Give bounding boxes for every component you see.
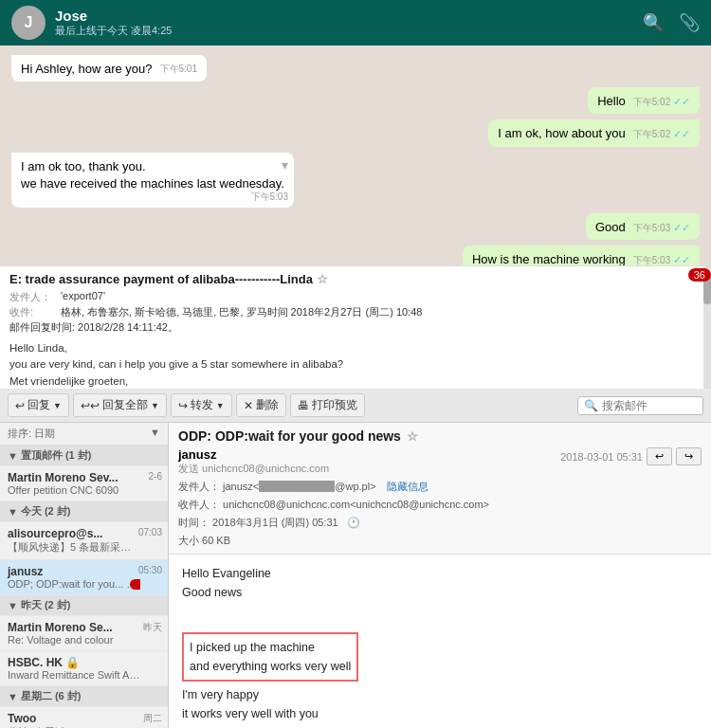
read-ticks: ✓✓ xyxy=(673,254,690,265)
section-expand-icon: ▼ xyxy=(8,450,18,462)
email-detail-pane: ODP: ODP:wait for your good news ☆ janus… xyxy=(169,423,711,728)
time-value: 2018年3月1日 (周四) 05:31 xyxy=(212,517,338,528)
bubble-time: 下午5:03 ✓✓ xyxy=(633,253,690,265)
wa-contact-info: Jose 最后上线于今天 凌晨4:25 xyxy=(55,8,643,38)
chat-bubble: How is the machine working 下午5:03 ✓✓ xyxy=(463,246,700,265)
email-preview: Re: Voltage and colour xyxy=(8,634,140,646)
email-from-row: 发件人： 'export07' xyxy=(9,290,702,304)
sender-name: Martin Moreno Sev... xyxy=(8,471,160,484)
highlighted-text: I picked up the machine and everything w… xyxy=(182,632,358,682)
wa-chat-area: Hi Ashley, how are you? 下午5:01 Hello 下午5… xyxy=(0,46,711,265)
list-item[interactable]: alisourcepro@s... 07:03 【顺风快递】5 条最新采购需..… xyxy=(0,522,168,560)
email-preview: Inward Remittance Swift Ad... xyxy=(8,669,140,681)
detail-size-row: 大小 60 KB xyxy=(178,534,702,548)
message-row: Hi Ashley, how are you? 下午5:01 xyxy=(11,55,700,82)
attach-icon[interactable]: 📎 xyxy=(679,12,700,33)
bubble-text: Hello xyxy=(597,94,626,108)
read-ticks: ✓✓ xyxy=(673,128,690,139)
bubble-time: 下午5:02 ✓✓ xyxy=(633,127,690,141)
body-line: I picked up the machine xyxy=(190,638,351,657)
detail-sender-name: janusz xyxy=(178,447,329,462)
sender-name: alisourcepro@s... xyxy=(8,527,160,540)
sidebar-section-yesterday: ▼ 昨天 (2 封) xyxy=(0,595,168,616)
bubble-text: I am ok, how about you xyxy=(498,126,625,140)
forward-button[interactable]: ↪ 转发 ▼ xyxy=(171,393,232,417)
detail-to-row: 收件人： unichcnc08@unichcnc.com<unichcnc08@… xyxy=(178,498,702,512)
reply-all-button[interactable]: ↩↩ 回复全部 ▼ xyxy=(73,393,167,417)
caret-icon: ▼ xyxy=(216,401,225,410)
reply-button[interactable]: ↩ 回复 ▼ xyxy=(8,393,69,417)
contact-status: 最后上线于今天 凌晨4:25 xyxy=(55,24,643,38)
body-line: Hello Evangeline xyxy=(182,564,698,583)
reply-icon: ↩ xyxy=(15,399,25,412)
detail-body: Hello Evangeline Good news I picked up t… xyxy=(169,555,711,728)
email-date: 周二 xyxy=(143,712,162,725)
sender-name: HSBC. HK 🔒 xyxy=(8,656,160,669)
list-item-active[interactable]: janusz 05:30 ODP; ODP:wait for you... 43 xyxy=(0,560,168,595)
notification-badge: 36 xyxy=(688,268,711,282)
email-list-sidebar: 排序: 日期 ▼ ▼ 置顶邮件 (1 封) Martin Moreno Sev.… xyxy=(0,423,169,728)
search-box[interactable]: 🔍 xyxy=(577,396,703,415)
contact-name: Jose xyxy=(55,8,643,24)
to-label: 收件: xyxy=(9,305,57,319)
from-label: 发件人： xyxy=(178,481,220,492)
chat-bubble: I am ok, how about you 下午5:02 ✓✓ xyxy=(488,119,700,146)
email-to-row: 收件: 格林, 布鲁塞尔, 斯卡哈德, 马德里, 巴黎, 罗马时间 2018年2… xyxy=(9,305,702,319)
message-row: How is the machine working 下午5:03 ✓✓ xyxy=(11,246,700,265)
email-preview: 【顺风快递】5 条最新采购需... xyxy=(8,540,140,555)
search-icon[interactable]: 🔍 xyxy=(643,12,664,33)
caret-icon: ▼ xyxy=(151,401,159,410)
print-icon: 🖶 xyxy=(298,399,309,412)
star-icon[interactable]: ☆ xyxy=(317,272,328,286)
detail-date: 2018-03-01 05:31 xyxy=(560,451,643,463)
email-subject: E: trade assurance payment of alibaba---… xyxy=(9,272,702,286)
bubble-time: 下午5:02 ✓✓ xyxy=(633,95,690,109)
list-item[interactable]: HSBC. HK 🔒 Inward Remittance Swift Ad... xyxy=(0,651,168,686)
expand-icon: ▾ xyxy=(282,156,288,175)
email-reply-time-row: 邮件回复时间: 2018/2/28 14:11:42。 xyxy=(9,320,702,335)
to-value: unichcnc08@unichcnc.com<unichcnc08@unich… xyxy=(223,499,489,510)
email-date: 昨天 xyxy=(143,621,162,634)
body-line: and everything works very well xyxy=(190,657,351,676)
detail-from-row: 发件人： janusz<■■■■■■@wp.pl> 隐藏信息 xyxy=(178,480,702,494)
from-value: 'export07' xyxy=(61,290,105,304)
detail-reply-button[interactable]: ↩ xyxy=(647,447,672,465)
detail-subject: ODP: ODP:wait for your good news ☆ xyxy=(178,428,702,444)
detail-sent-via: 发送 unichcnc08@unichcnc.com xyxy=(178,462,329,476)
sidebar-section-tuesday: ▼ 星期二 (6 封) xyxy=(0,686,168,707)
reply-all-icon: ↩↩ xyxy=(81,399,100,412)
detail-forward-button[interactable]: ↪ xyxy=(676,447,702,465)
message-row: I am ok too, thank you.we have received … xyxy=(11,153,700,208)
detail-time-row: 时间： 2018年3月1日 (周四) 05:31 🕐 xyxy=(178,516,702,530)
chat-bubble: Good 下午5:03 ✓✓ xyxy=(586,213,700,240)
star-icon[interactable]: ☆ xyxy=(407,429,418,444)
whatsapp-section: J Jose 最后上线于今天 凌晨4:25 🔍 📎 Hi Ashley, how… xyxy=(0,0,711,265)
delete-icon: ✕ xyxy=(244,399,253,412)
size-label: 大小 60 KB xyxy=(178,535,230,546)
avatar: J xyxy=(11,6,46,40)
body-line xyxy=(182,606,698,625)
sidebar-section-pinned: ▼ 置顶邮件 (1 封) xyxy=(0,446,168,466)
section-expand-icon: ▼ xyxy=(8,506,18,518)
detail-actions: 2018-03-01 05:31 ↩ ↪ xyxy=(560,447,702,465)
chat-bubble: Hi Ashley, how are you? 下午5:01 xyxy=(11,55,207,82)
unread-badge: 43 xyxy=(130,579,140,590)
email-body-preview: Hello Linda, you are very kind, can i he… xyxy=(9,340,702,389)
delete-button[interactable]: ✕ 删除 xyxy=(236,393,286,417)
chat-bubble: Hello 下午5:02 ✓✓ xyxy=(588,87,700,114)
from-value: janusz<■■■■■■@wp.pl> xyxy=(223,481,376,492)
bubble-time: 下午5:01 xyxy=(160,63,197,76)
print-button[interactable]: 🖶 打印预览 xyxy=(290,393,365,417)
list-item[interactable]: Martin Moreno Sev... Offer petition CNC … xyxy=(0,466,168,501)
from-label: 发件人： xyxy=(9,290,57,304)
scrollbar[interactable] xyxy=(703,266,711,389)
list-item[interactable]: Martin Moreno Se... 昨天 Re: Voltage and c… xyxy=(0,616,168,651)
email-preview: ODP; ODP:wait for you... 43 xyxy=(8,578,140,590)
list-item[interactable]: Twoo 周二 你被4人看过... xyxy=(0,707,168,728)
hide-info-link[interactable]: 隐藏信息 xyxy=(387,481,428,492)
email-preview-section: E: trade assurance payment of alibaba---… xyxy=(0,265,711,389)
detail-header: ODP: ODP:wait for your good news ☆ janus… xyxy=(169,423,711,555)
search-input[interactable] xyxy=(602,399,697,412)
to-label: 收件人： xyxy=(178,499,220,510)
sidebar-section-today: ▼ 今天 (2 封) xyxy=(0,501,168,522)
